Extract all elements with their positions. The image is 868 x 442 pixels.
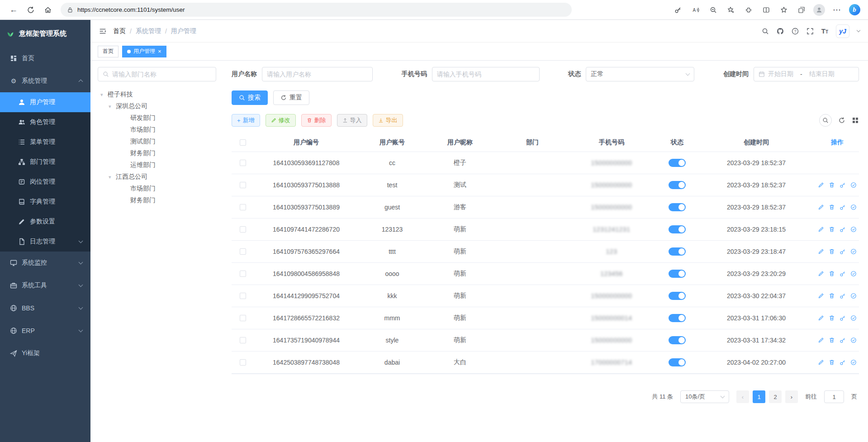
assign-role-action-icon[interactable] xyxy=(850,271,857,277)
delete-action-icon[interactable] xyxy=(829,271,835,277)
delete-action-icon[interactable] xyxy=(829,293,835,299)
address-bar[interactable]: https://ccnetcore.com:1101/system/user xyxy=(61,3,572,17)
sidebar-item-bbs[interactable]: BBS xyxy=(0,297,90,319)
status-toggle[interactable] xyxy=(669,358,686,366)
status-toggle[interactable] xyxy=(669,336,686,344)
refresh-icon[interactable] xyxy=(24,3,38,17)
sidebar-item-dept-mgmt[interactable]: 部门管理 xyxy=(0,152,90,172)
caret-down-icon[interactable] xyxy=(109,104,114,109)
row-checkbox[interactable] xyxy=(240,293,246,299)
collapse-menu-icon[interactable] xyxy=(99,27,107,35)
caret-down-icon[interactable] xyxy=(109,174,114,180)
reset-button[interactable]: 重置 xyxy=(273,90,309,105)
goto-page-input[interactable] xyxy=(824,390,844,403)
dept-search-field[interactable] xyxy=(112,71,211,78)
status-toggle[interactable] xyxy=(669,203,686,211)
sidebar-item-user-mgmt[interactable]: 用户管理 xyxy=(0,92,90,112)
caret-down-icon[interactable] xyxy=(100,92,106,98)
more-icon[interactable]: ⋯ xyxy=(830,3,844,17)
assign-role-action-icon[interactable] xyxy=(850,182,857,188)
add-favorite-icon[interactable] xyxy=(724,3,738,17)
breadcrumb-home[interactable]: 首页 xyxy=(113,27,126,35)
assign-role-action-icon[interactable] xyxy=(850,293,857,299)
reset-password-action-icon[interactable] xyxy=(840,226,846,233)
edit-button[interactable]: 修改 xyxy=(266,114,296,127)
sidebar-item-system-tools[interactable]: 系统工具 xyxy=(0,274,90,297)
assign-role-action-icon[interactable] xyxy=(850,359,857,366)
row-checkbox[interactable] xyxy=(240,160,246,166)
table-refresh-icon[interactable] xyxy=(838,117,845,124)
reset-password-action-icon[interactable] xyxy=(840,315,846,321)
phone-input[interactable] xyxy=(437,71,535,78)
edit-action-icon[interactable] xyxy=(818,315,824,321)
edit-action-icon[interactable] xyxy=(818,226,824,233)
reset-password-action-icon[interactable] xyxy=(840,271,846,277)
assign-role-action-icon[interactable] xyxy=(850,315,857,321)
delete-action-icon[interactable] xyxy=(829,226,835,233)
zoom-out-icon[interactable] xyxy=(706,3,721,17)
status-toggle[interactable] xyxy=(669,314,686,322)
reset-password-action-icon[interactable] xyxy=(840,248,846,255)
tree-node[interactable]: 市场部门 xyxy=(98,183,221,195)
profile-avatar[interactable] xyxy=(812,3,826,17)
edit-action-icon[interactable] xyxy=(818,271,824,277)
status-toggle[interactable] xyxy=(669,270,686,278)
sidebar-item-yi-framework[interactable]: Yi框架 xyxy=(0,342,90,365)
status-select[interactable]: 正常 xyxy=(586,67,694,81)
tree-node[interactable]: 测试部门 xyxy=(98,136,221,147)
assign-role-action-icon[interactable] xyxy=(850,337,857,343)
delete-action-icon[interactable] xyxy=(829,315,835,321)
status-toggle[interactable] xyxy=(669,181,686,189)
edit-action-icon[interactable] xyxy=(818,337,824,343)
reset-password-action-icon[interactable] xyxy=(840,182,846,188)
delete-action-icon[interactable] xyxy=(829,337,835,343)
import-button[interactable]: 导入 xyxy=(337,114,367,127)
select-all-checkbox[interactable] xyxy=(240,139,246,146)
tree-node[interactable]: 财务部门 xyxy=(98,195,221,206)
username-input[interactable] xyxy=(267,71,368,78)
extensions-icon[interactable] xyxy=(741,3,756,17)
export-button[interactable]: 导出 xyxy=(373,114,403,127)
row-checkbox[interactable] xyxy=(240,226,246,233)
sidebar-item-role-mgmt[interactable]: 角色管理 xyxy=(0,112,90,132)
edit-action-icon[interactable] xyxy=(818,359,824,366)
tree-node[interactable]: 橙子科技 xyxy=(98,89,221,100)
avatar-caret-down-icon[interactable] xyxy=(857,29,860,32)
search-button[interactable]: 搜索 xyxy=(232,90,268,105)
status-toggle[interactable] xyxy=(669,292,686,300)
fullscreen-icon[interactable] xyxy=(806,28,814,35)
status-toggle[interactable] xyxy=(669,225,686,233)
tree-node[interactable]: 江西总公司 xyxy=(98,171,221,183)
sidebar-item-system-mgmt[interactable]: ⚙ 系统管理 xyxy=(0,70,90,92)
sidebar-item-post-mgmt[interactable]: 岗位管理 xyxy=(0,172,90,192)
reset-password-action-icon[interactable] xyxy=(840,293,846,299)
tree-node[interactable]: 研发部门 xyxy=(98,112,221,124)
column-settings-icon[interactable] xyxy=(852,117,859,124)
add-button[interactable]: + 新增 xyxy=(232,114,260,127)
sidebar-item-erp[interactable]: ERP xyxy=(0,319,90,342)
tag-user-mgmt[interactable]: 用户管理 × xyxy=(122,46,166,57)
tree-node[interactable]: 运维部门 xyxy=(98,159,221,171)
header-search-icon[interactable] xyxy=(762,28,769,35)
sidebar-item-home[interactable]: 首页 xyxy=(0,47,90,70)
edit-action-icon[interactable] xyxy=(818,182,824,188)
next-page-button[interactable]: › xyxy=(785,390,798,403)
edit-action-icon[interactable] xyxy=(818,293,824,299)
tree-node[interactable]: 市场部门 xyxy=(98,124,221,136)
delete-button[interactable]: 删除 xyxy=(301,114,332,127)
row-checkbox[interactable] xyxy=(240,182,246,188)
page-1-button[interactable]: 1 xyxy=(753,390,765,403)
assign-role-action-icon[interactable] xyxy=(850,226,857,233)
edit-action-icon[interactable] xyxy=(818,204,824,210)
sidebar-item-dict-mgmt[interactable]: 字典管理 xyxy=(0,192,90,212)
sidebar-item-system-monitor[interactable]: 系统监控 xyxy=(0,252,90,274)
user-avatar[interactable]: yJ xyxy=(836,24,849,38)
row-checkbox[interactable] xyxy=(240,248,246,255)
prev-page-button[interactable]: ‹ xyxy=(736,390,749,403)
tree-node[interactable]: 深圳总公司 xyxy=(98,100,221,112)
delete-action-icon[interactable] xyxy=(829,248,835,255)
delete-action-icon[interactable] xyxy=(829,359,835,366)
key-icon[interactable] xyxy=(671,3,685,17)
collections-icon[interactable] xyxy=(794,3,809,17)
delete-action-icon[interactable] xyxy=(829,182,835,188)
